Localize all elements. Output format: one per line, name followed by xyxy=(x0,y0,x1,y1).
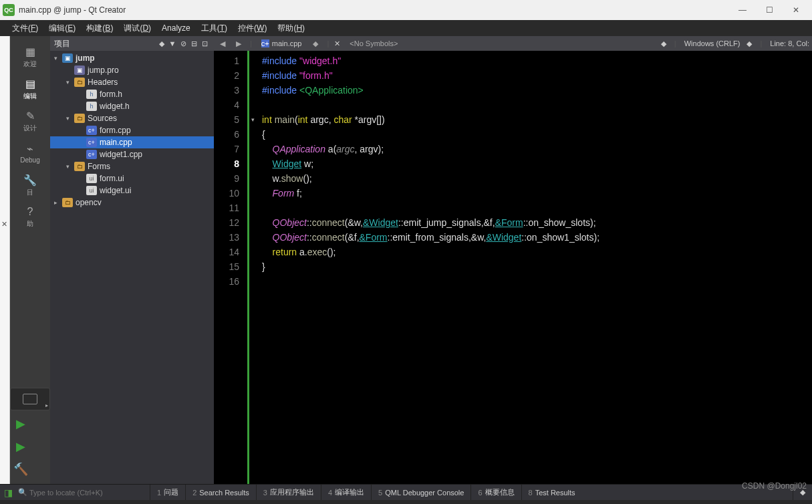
fold-marker xyxy=(249,274,257,289)
tree-label: form.ui xyxy=(100,174,124,183)
output-panel-1[interactable]: 1问题 xyxy=(150,485,185,500)
nav-forward-icon[interactable]: ▶ xyxy=(233,39,245,48)
dropdown-icon[interactable]: ◆ xyxy=(156,39,167,48)
target-selector[interactable]: ▸ xyxy=(10,388,50,410)
menu-工具[interactable]: 工具(T) xyxy=(196,23,233,34)
mode-欢迎[interactable]: ▦欢迎 xyxy=(11,43,49,71)
code-line[interactable]: QApplication a(argc, argv); xyxy=(262,142,807,156)
output-panel-4[interactable]: 4编译输出 xyxy=(321,485,371,500)
nav-back-icon[interactable]: ◀ xyxy=(217,39,229,48)
tree-label: form.cpp xyxy=(100,126,131,135)
code-line[interactable]: Widget w; xyxy=(262,156,807,171)
line-number-gutter: 12345678910111213141516 xyxy=(214,51,247,484)
debug-button[interactable]: ▶ xyxy=(10,437,31,456)
tree-item[interactable]: c+main.cpp xyxy=(50,136,214,148)
fold-marker xyxy=(249,127,257,142)
build-button[interactable]: 🔨 xyxy=(10,460,31,479)
encoding-dropdown-icon[interactable]: ◆ xyxy=(747,39,752,48)
tree-item[interactable]: ▾▣jump xyxy=(50,52,214,64)
line-number: 12 xyxy=(214,215,239,230)
project-tree[interactable]: ▾▣jump▣jump.pro▾🗀Headershform.hhwidget.h… xyxy=(50,51,214,484)
cpp-icon: c+ xyxy=(86,126,97,135)
close-panel-icon[interactable]: ⊡ xyxy=(199,39,210,48)
menu-控件[interactable]: 控件(W) xyxy=(233,23,272,34)
filter-icon[interactable]: ▼ xyxy=(167,39,178,47)
mode-目[interactable]: 🔧目 xyxy=(11,171,49,199)
expand-icon[interactable]: ▾ xyxy=(66,163,74,170)
tree-item[interactable]: hform.h xyxy=(50,88,214,100)
code-line[interactable]: return a.exec(); xyxy=(262,245,807,259)
menu-编辑[interactable]: 编辑(E) xyxy=(43,23,81,34)
code-line[interactable] xyxy=(262,98,807,112)
output-panel-2[interactable]: 2Search Results xyxy=(185,485,256,500)
expand-icon[interactable]: ▸ xyxy=(54,199,62,206)
tab-dropdown-icon[interactable]: ◆ xyxy=(309,39,321,48)
tree-item[interactable]: ▾🗀Sources xyxy=(50,112,214,124)
link-icon[interactable]: ⊘ xyxy=(178,39,188,48)
code-line[interactable] xyxy=(262,201,807,215)
encoding-label[interactable]: Windows (CRLF) xyxy=(684,39,740,48)
tree-item[interactable]: ▸🗀opencv xyxy=(50,197,214,209)
output-panel-5[interactable]: 5QML Debugger Console xyxy=(371,485,470,500)
code-line[interactable]: #include <QApplication> xyxy=(262,83,807,98)
tree-item[interactable]: c+form.cpp xyxy=(50,124,214,136)
window-title: main.cpp @ jump - Qt Creator xyxy=(19,5,126,15)
fold-marker xyxy=(249,142,257,156)
tree-item[interactable]: uiform.ui xyxy=(50,172,214,184)
code-line[interactable]: QObject::connect(&f,&Form::emit_from_sig… xyxy=(262,230,807,245)
code-line[interactable]: Form f; xyxy=(262,186,807,201)
code-line[interactable]: } xyxy=(262,259,807,274)
code-line[interactable]: int main(int argc, char *argv[]) xyxy=(262,112,807,127)
line-number: 5 xyxy=(214,112,239,127)
mode-助[interactable]: ?助 xyxy=(11,203,49,231)
tree-item[interactable]: hwidget.h xyxy=(50,100,214,112)
mode-编辑[interactable]: ▤编辑 xyxy=(11,75,49,103)
run-button[interactable]: ▶ xyxy=(10,414,31,433)
tab-close-icon[interactable]: ✕ xyxy=(334,39,340,48)
minimize-button[interactable]: — xyxy=(729,1,756,19)
tree-item[interactable]: c+widget1.cpp xyxy=(50,148,214,160)
folder-icon: 🗀 xyxy=(74,114,85,123)
split-icon[interactable]: ⊟ xyxy=(188,39,199,48)
expand-icon[interactable]: ▾ xyxy=(66,115,74,122)
output-panel-3[interactable]: 3应用程序输出 xyxy=(256,485,321,500)
status-dropdown-icon[interactable]: ◆ xyxy=(661,39,666,48)
code-line[interactable]: #include "widget.h" xyxy=(262,53,807,68)
expand-icon[interactable]: ▾ xyxy=(66,79,74,86)
close-icon[interactable]: ✕ xyxy=(1,220,7,229)
fold-marker xyxy=(249,156,257,171)
tree-item[interactable]: ▾🗀Headers xyxy=(50,76,214,88)
maximize-button[interactable]: ☐ xyxy=(756,1,783,19)
menu-文件[interactable]: 文件(F) xyxy=(7,23,43,34)
file-tab[interactable]: c+ main.cpp xyxy=(257,39,306,47)
tree-label: widget1.cpp xyxy=(100,150,142,159)
tree-item[interactable]: ▣jump.pro xyxy=(50,64,214,76)
line-number: 9 xyxy=(214,171,239,186)
output-panel-8[interactable]: 8Test Results xyxy=(521,485,582,500)
code-line[interactable] xyxy=(262,274,807,289)
line-number: 16 xyxy=(214,274,239,289)
locate-icon[interactable]: ◨ xyxy=(0,487,16,498)
output-panel-6[interactable]: 6概要信息 xyxy=(470,485,521,500)
menu-调试[interactable]: 调试(D) xyxy=(118,23,156,34)
code-line[interactable]: w.show(); xyxy=(262,171,807,186)
grid-icon: ▦ xyxy=(25,45,35,58)
code-line[interactable]: { xyxy=(262,127,807,142)
mode-Debug[interactable]: ⌁Debug xyxy=(11,139,49,167)
expand-icon[interactable]: ▾ xyxy=(54,55,62,61)
menu-帮助[interactable]: 帮助(H) xyxy=(272,23,310,34)
cursor-position: Line: 8, Col: xyxy=(770,39,809,48)
fold-marker[interactable]: ▾ xyxy=(249,112,257,127)
code-line[interactable]: #include "form.h" xyxy=(262,68,807,83)
code-line[interactable]: QObject::connect(&w,&Widget::emit_jump_s… xyxy=(262,215,807,230)
symbols-dropdown[interactable]: <No Symbols> xyxy=(344,39,403,47)
mode-设计[interactable]: ✎设计 xyxy=(11,107,49,135)
locate-input[interactable] xyxy=(29,489,150,497)
code-editor[interactable]: 12345678910111213141516 ▾ #include "widg… xyxy=(214,51,812,484)
tree-item[interactable]: uiwidget.ui xyxy=(50,184,214,197)
close-button[interactable]: ✕ xyxy=(783,1,809,19)
tree-item[interactable]: ▾🗀Forms xyxy=(50,160,214,172)
menu-Analyze[interactable]: Analyze xyxy=(156,23,196,33)
code-content[interactable]: #include "widget.h"#include "form.h"#inc… xyxy=(257,51,812,484)
menu-构建[interactable]: 构建(B) xyxy=(81,23,118,34)
